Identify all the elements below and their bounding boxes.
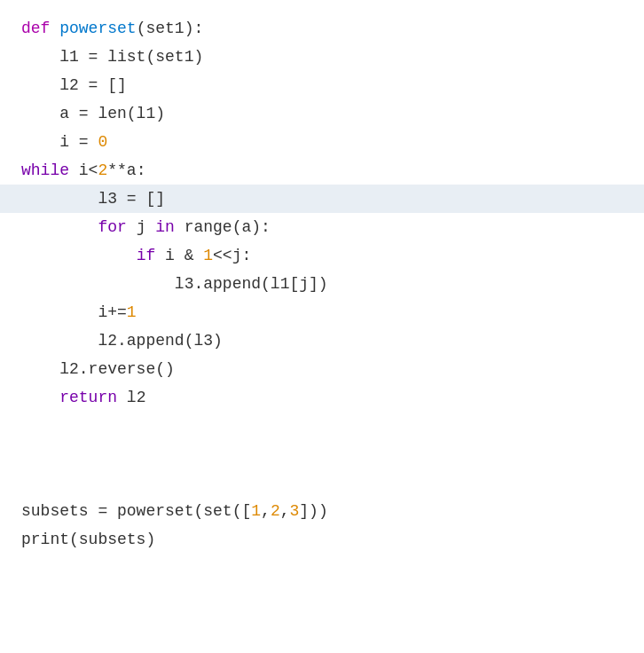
code-token: 2	[271, 499, 280, 524]
code-line: l3 = []	[0, 185, 644, 213]
code-line	[0, 468, 644, 497]
code-line: for j in range(a):	[0, 213, 644, 241]
code-token: 0	[98, 130, 107, 155]
code-line: subsets = powerset(set([1,2,3]))	[0, 497, 644, 525]
code-token: **a:	[107, 158, 145, 184]
code-token: l2.reverse()	[21, 357, 175, 382]
code-token: a = len(l1)	[21, 101, 165, 127]
code-token: <<j:	[213, 243, 251, 269]
code-line: def powerset(set1):	[0, 14, 644, 43]
code-line: i = 0	[0, 128, 644, 156]
code-token: powerset	[59, 16, 136, 42]
code-token: i<	[69, 158, 98, 184]
code-line: l1 = list(set1)	[0, 43, 644, 71]
code-token	[21, 385, 59, 411]
code-token: subsets = powerset(set([	[21, 499, 251, 524]
code-line: l2.reverse()	[0, 355, 644, 383]
code-line: if i & 1<<j:	[0, 241, 644, 270]
code-line	[0, 412, 644, 440]
code-token: range(a):	[175, 215, 271, 240]
code-token: i &	[155, 243, 203, 269]
code-editor: def powerset(set1): l1 = list(set1) l2 =…	[0, 0, 644, 653]
code-token: ,	[261, 499, 271, 524]
code-token: if	[137, 243, 156, 269]
code-token: 1	[251, 499, 261, 524]
code-line: print(subsets)	[0, 525, 644, 554]
code-token: i =	[21, 130, 98, 155]
code-token: return	[59, 385, 117, 411]
code-token: j	[127, 215, 155, 240]
code-line: a = len(l1)	[0, 99, 644, 128]
code-token: i+=	[21, 300, 127, 326]
code-token: def	[21, 16, 59, 42]
code-line: l2 = []	[0, 71, 644, 99]
code-line: i+=1	[0, 298, 644, 326]
code-token: l3 = []	[21, 186, 165, 212]
code-token: for	[98, 215, 126, 240]
code-token: l1 = list(set1)	[21, 44, 203, 70]
code-token: 3	[290, 499, 300, 524]
code-line: l2.append(l3)	[0, 326, 644, 355]
code-token: l2 = []	[21, 73, 127, 98]
code-token: 1	[203, 243, 213, 269]
code-token: (set1):	[137, 16, 204, 42]
code-token: while	[21, 158, 69, 184]
code-token: print(subsets)	[21, 527, 155, 553]
code-token: l3.append(l1[j])	[21, 271, 328, 297]
code-token	[21, 215, 98, 240]
code-token: 2	[98, 158, 107, 184]
code-line: return l2	[0, 383, 644, 412]
code-token: l2.append(l3)	[21, 328, 223, 354]
code-token: l2	[117, 385, 145, 411]
code-line	[0, 440, 644, 468]
code-line: while i<2**a:	[0, 156, 644, 185]
code-line: l3.append(l1[j])	[0, 270, 644, 298]
code-token: ,	[280, 499, 290, 524]
code-token: in	[155, 215, 175, 240]
code-token: 1	[127, 300, 137, 326]
code-token	[21, 243, 137, 269]
code-token: ]))	[299, 499, 327, 524]
